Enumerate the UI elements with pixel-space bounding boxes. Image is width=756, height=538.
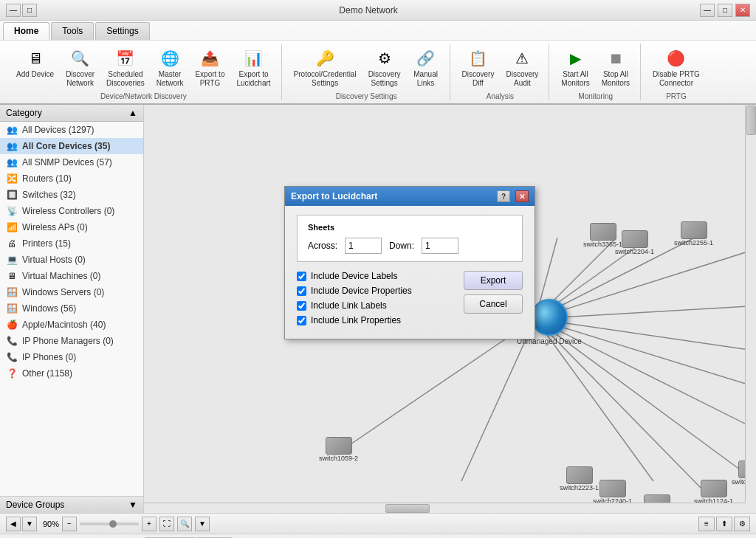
zoom-out-button[interactable]: − [62,517,77,531]
export-lucidchart-button[interactable]: 📊 Export toLucidchart [232,44,275,91]
node-label: switch2204-1 [615,248,654,255]
dialog-title: Export to Lucidchart [291,191,377,201]
ribbon-group-discovery: 🖥 Add Device 🔍 DiscoverNetwork 📅 Schedul… [6,44,282,100]
discovery-audit-button[interactable]: ⚠ DiscoveryAudit [501,44,543,91]
dialog-body: Sheets Across: Down: Include Device Labe… [285,206,535,339]
stop-monitors-icon: ⏹ [604,46,628,70]
zoom-in-button[interactable]: + [142,517,157,531]
discovery-diff-label: DiscoveryDiff [462,70,495,88]
cancel-button[interactable]: Cancel [464,294,523,314]
sidebar-item-ip-phone-managers[interactable]: 📞 IP Phone Managers (0) [0,333,143,349]
export-button[interactable]: Export [464,271,523,290]
disable-prtg-icon: 🔴 [664,46,688,70]
switch-icon [599,480,626,497]
add-device-button[interactable]: 🖥 Add Device [12,44,58,82]
wireless-aps-label: Wireless APs (0) [22,222,88,232]
include-device-properties-checkbox[interactable] [297,286,306,296]
stop-monitors-button[interactable]: ⏹ Stop AllMonitors [597,44,634,91]
sidebar-item-windows[interactable]: 🪟 Windows (56) [0,300,143,317]
sidebar-item-wireless-aps[interactable]: 📶 Wireless APs (0) [0,219,143,235]
sidebar-item-apple-mac[interactable]: 🍎 Apple/Macintosh (40) [0,317,143,333]
include-link-labels-row: Include Link Labels [297,300,449,311]
minimize-btn[interactable]: — [6,4,21,17]
window-title: Demo Network [37,5,700,15]
sidebar-item-virtual-hosts[interactable]: 💻 Virtual Hosts (0) [0,252,143,268]
start-monitors-button[interactable]: ▶ Start AllMonitors [557,44,594,91]
tab-tools[interactable]: Tools [51,22,94,40]
sidebar-item-switches[interactable]: 🔲 Switches (32) [0,187,143,203]
include-link-labels-label: Include Link Labels [311,300,387,311]
maximize-btn[interactable]: □ [718,4,732,17]
export-lucidchart-label: Export toLucidchart [236,70,270,88]
node-switch2204-1[interactable]: switch2204-1 [615,230,654,255]
export-view-button[interactable]: ⬆ [716,517,732,531]
printers-label: Printers (15) [22,238,71,249]
start-monitors-icon: ▶ [564,46,588,70]
virtual-machines-label: Virtual Machines (0) [22,271,101,281]
discover-network-label: DiscoverNetwork [66,70,94,88]
master-network-button[interactable]: 🌐 MasterNetwork [152,44,188,91]
windows-label: Windows (56) [22,303,76,314]
restore-btn[interactable]: □ [22,4,37,17]
search-dropdown[interactable]: ▼ [195,517,210,531]
layers-button[interactable]: ≡ [698,517,715,531]
nav-dropdown-btn[interactable]: ▼ [22,517,37,531]
scrollbar-thumb-vertical[interactable] [746,106,756,135]
include-link-labels-checkbox[interactable] [297,301,306,311]
group3-label: Analysis [487,92,514,100]
sidebar-item-wireless-controllers[interactable]: 📡 Wireless Controllers (0) [0,203,143,219]
sidebar-item-all-core-devices[interactable]: 👥 All Core Devices (35) [0,138,143,154]
node-label: switch2255-1 [674,239,713,246]
node-switch2223-1[interactable]: switch2223-1 [560,466,599,492]
across-input[interactable] [345,238,382,254]
printers-icon: 🖨 [6,238,18,249]
fit-button[interactable]: ⛶ [159,517,174,531]
windows-servers-label: Windows Servers (0) [22,287,104,297]
ribbon-group-monitoring: ▶ Start AllMonitors ⏹ Stop AllMonitors M… [551,44,641,100]
include-link-properties-checkbox[interactable] [297,316,306,325]
scheduled-discoveries-button[interactable]: 📅 ScheduledDiscoveries [102,44,149,91]
tab-home[interactable]: Home [3,22,49,40]
include-device-labels-checkbox[interactable] [297,272,306,281]
tab-settings[interactable]: Settings [95,22,149,40]
discovery-diff-button[interactable]: 📋 DiscoveryDiff [458,44,499,91]
discovery-settings-button[interactable]: ⚙ DiscoverySettings [364,44,405,91]
ip-phone-managers-label: IP Phone Managers (0) [22,336,114,346]
minimize-btn2[interactable]: — [700,4,715,17]
dialog-close-button[interactable]: ✕ [515,190,529,202]
all-devices-icon: 👥 [6,124,18,136]
disable-prtg-button[interactable]: 🔴 Disable PRTGConnector [648,44,704,91]
export-prtg-button[interactable]: 📤 Export toPRTG [190,44,229,91]
zoom-slider[interactable] [80,523,139,525]
sheets-section: Sheets Across: Down: [297,215,523,262]
sidebar-item-all-snmp-devices[interactable]: 👥 All SNMP Devices (57) [0,154,143,170]
sidebar-item-virtual-machines[interactable]: 🖥 Virtual Machines (0) [0,268,143,284]
sidebar-item-routers[interactable]: 🔀 Routers (10) [0,170,143,187]
ribbon-content: 🖥 Add Device 🔍 DiscoverNetwork 📅 Schedul… [0,40,756,103]
nav-arrows: ◀ ▼ [6,517,37,531]
scrollbar-thumb-horizontal[interactable] [385,504,430,513]
down-input[interactable] [422,238,458,254]
discover-network-button[interactable]: 🔍 DiscoverNetwork [61,44,99,91]
sidebar-item-other[interactable]: ❓ Other (1158) [0,365,143,382]
node-switch2255-1[interactable]: switch2255-1 [674,221,713,246]
sidebar-item-all-devices[interactable]: 👥 All Devices (1297) [0,122,143,138]
settings-view-button[interactable]: ⚙ [734,517,750,531]
zoom-controls: 90% − + ⛶ 🔍 ▼ [43,517,210,531]
sidebar-item-windows-servers[interactable]: 🪟 Windows Servers (0) [0,284,143,300]
node-switch1059-2[interactable]: switch1059-2 [319,437,358,462]
horizontal-scrollbar[interactable] [144,503,745,513]
nav-left-icon[interactable]: ◀ [6,517,21,531]
protocol-credential-button[interactable]: 🔑 Protocol/CredentialSettings [289,44,361,91]
sidebar-item-ip-phones[interactable]: 📞 IP Phones (0) [0,349,143,365]
manual-links-button[interactable]: 🔗 ManualLinks [408,44,444,91]
node-switch1124-1[interactable]: switch1124-1 [694,480,733,505]
search-button[interactable]: 🔍 [177,517,192,531]
sidebar-collapse-icon[interactable]: ▲ [128,108,137,118]
device-groups-item[interactable]: Device Groups ▼ [0,497,143,513]
sidebar-item-printers[interactable]: 🖨 Printers (15) [0,235,143,252]
close-btn[interactable]: ✕ [735,4,750,17]
dialog-help-button[interactable]: ? [497,190,510,202]
vertical-scrollbar[interactable] [745,105,756,503]
network-canvas[interactable]: Unmanaged Device switch1059-3 switch1059… [144,105,756,513]
